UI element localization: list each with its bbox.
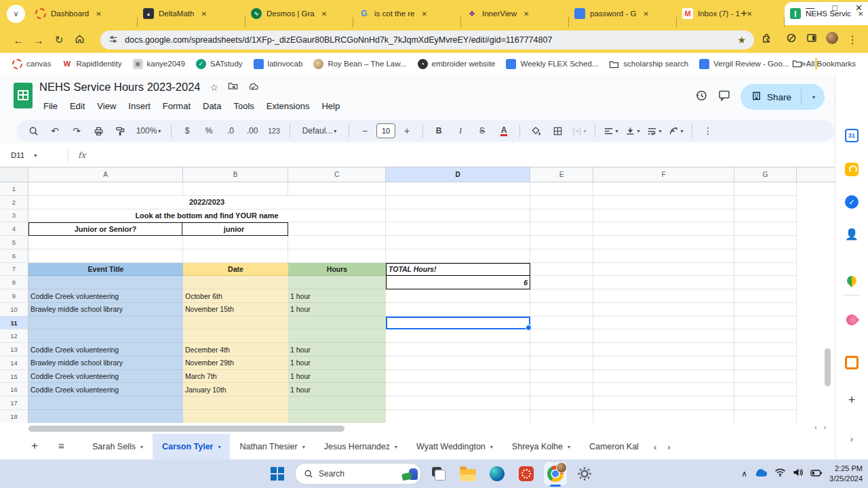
currency-format-button[interactable]: $	[177, 123, 197, 139]
menu-help[interactable]: Help	[316, 99, 345, 113]
cell-D14[interactable]	[386, 357, 530, 370]
cell-B15[interactable]: March 7th	[183, 370, 288, 384]
add-sheet-button[interactable]: +	[31, 439, 38, 453]
print-icon[interactable]	[88, 123, 108, 139]
sheet-tab-sarah-sells[interactable]: Sarah Sells▾	[83, 434, 153, 460]
version-history-icon[interactable]	[694, 89, 708, 105]
column-header-D[interactable]: D	[386, 167, 530, 182]
cell-F17[interactable]	[593, 396, 734, 410]
cell-B12[interactable]	[183, 329, 288, 343]
cell-G1[interactable]	[734, 182, 797, 196]
extension-lens-icon[interactable]	[783, 33, 800, 46]
cell-G7[interactable]	[734, 263, 797, 277]
undo-icon[interactable]: ↶	[45, 123, 65, 139]
cell-B4[interactable]: junior	[182, 223, 285, 235]
cell-C15[interactable]: 1 hour	[288, 370, 386, 384]
cell-A11[interactable]	[28, 317, 183, 330]
calendar-icon[interactable]: 31	[845, 129, 859, 142]
cell-D15[interactable]	[386, 370, 530, 384]
cell-B6[interactable]	[183, 249, 288, 263]
cell-A17[interactable]	[28, 396, 183, 410]
cell-A15[interactable]: Coddle Creek voluenteering	[28, 370, 183, 384]
start-button[interactable]	[266, 462, 289, 485]
sheets-logo-icon[interactable]	[14, 83, 33, 108]
cell-D16[interactable]	[386, 383, 530, 396]
onedrive-icon[interactable]	[754, 468, 768, 480]
cell-C11[interactable]	[288, 317, 386, 330]
row-header-2[interactable]: 2	[0, 196, 28, 209]
settings-gear-icon[interactable]	[573, 462, 596, 485]
taskbar-search[interactable]: Search	[295, 463, 421, 485]
tab-close-icon[interactable]: ✕	[641, 9, 650, 19]
column-header-G[interactable]: G	[734, 167, 797, 182]
menu-view[interactable]: View	[92, 99, 121, 113]
row-header-16[interactable]: 16	[0, 383, 28, 396]
cell-E10[interactable]	[530, 303, 593, 317]
menu-data[interactable]: Data	[197, 99, 226, 113]
bookmark-roy-bean-the-law-[interactable]: Roy Bean – The Law...	[308, 59, 412, 69]
row-header-3[interactable]: 3	[0, 209, 28, 223]
cell-B13[interactable]: December 4th	[183, 343, 288, 357]
tab-close-icon[interactable]: ✕	[521, 9, 531, 19]
fill-color-button[interactable]	[526, 123, 546, 139]
tab-search-button[interactable]: ∨	[7, 5, 25, 23]
font-size-box[interactable]: 10	[376, 123, 395, 138]
edge-icon[interactable]	[486, 462, 509, 485]
cell-A4[interactable]: Junior or Senior?	[29, 223, 182, 235]
cell-E7[interactable]	[530, 263, 593, 277]
cell-A14[interactable]: Brawley middle school library	[28, 357, 183, 370]
bookmark-scholarship-search[interactable]: scholarship search	[604, 59, 694, 69]
cell-A8[interactable]	[28, 276, 183, 289]
forward-button[interactable]: →	[28, 35, 49, 46]
cell-B8[interactable]	[183, 276, 288, 289]
cell-G4[interactable]	[734, 222, 797, 236]
redo-icon[interactable]: ↷	[66, 123, 87, 139]
row-header-13[interactable]: 13	[0, 343, 28, 357]
cell-F5[interactable]	[593, 236, 734, 249]
cell-E12[interactable]	[530, 329, 593, 343]
strikethrough-button[interactable]: S	[472, 123, 492, 139]
cell-C16[interactable]: 1 hour	[288, 383, 386, 396]
cell-C5[interactable]	[288, 236, 386, 249]
task-view-icon[interactable]	[427, 462, 450, 485]
sheet-tab-caret-icon[interactable]: ▾	[302, 444, 305, 450]
cell-E17[interactable]	[530, 396, 593, 410]
row-header-1[interactable]: 1	[0, 182, 28, 196]
bookmark-weekly-flex-sched-[interactable]: Weekly FLEX Sched...	[500, 59, 604, 69]
menu-format[interactable]: Format	[157, 99, 196, 113]
cell-E3[interactable]	[530, 209, 593, 223]
column-header-C[interactable]: C	[288, 167, 386, 182]
chrome-icon[interactable]	[544, 462, 567, 485]
browser-tab-desmos-gra[interactable]: ∿Desmos | Gra✕	[245, 2, 353, 25]
star-icon[interactable]: ☆	[210, 82, 219, 93]
italic-button[interactable]: I	[450, 123, 471, 139]
sheet-nav-left[interactable]: ‹	[648, 442, 662, 452]
increase-decimals-button[interactable]: .00	[242, 123, 262, 139]
cell-B17[interactable]	[183, 396, 288, 410]
canvas-app-icon[interactable]	[515, 462, 538, 485]
cell-B7[interactable]: Date	[183, 263, 288, 277]
cell-B16[interactable]: January 10th	[183, 383, 288, 396]
cell-G9[interactable]	[734, 289, 797, 303]
new-tab-button[interactable]: +	[741, 7, 747, 20]
sheet-tab-caret-icon[interactable]: ▾	[490, 444, 493, 450]
cell-C17[interactable]	[288, 396, 386, 410]
cell-F6[interactable]	[593, 249, 734, 263]
extensions-icon[interactable]	[757, 33, 775, 46]
horizontal-scrollbar[interactable]	[28, 426, 344, 432]
url-field[interactable]: docs.google.com/spreadsheets/d/1XFp-_diz…	[100, 30, 754, 49]
sheet-tab-wyatt-weddington[interactable]: Wyatt Weddington▾	[407, 434, 502, 460]
cell-E4[interactable]	[530, 222, 593, 236]
increase-font-size-button[interactable]: +	[397, 123, 417, 139]
cell-E11[interactable]	[530, 317, 593, 330]
zoom-select[interactable]: 100%▾	[132, 123, 165, 139]
bookmark-rapididentity[interactable]: WRapidIdentity	[56, 59, 127, 69]
contacts-icon[interactable]: 👤	[845, 228, 859, 241]
cell-F14[interactable]	[593, 357, 734, 370]
cell-D17[interactable]	[386, 396, 530, 410]
menu-edit[interactable]: Edit	[64, 99, 90, 113]
cell-G17[interactable]	[734, 396, 797, 410]
cell-A9[interactable]: Coddle Creek voluenteering	[28, 289, 183, 303]
cell-A10[interactable]: Brawley middle school library	[28, 303, 183, 317]
text-color-button[interactable]: A	[494, 123, 514, 139]
